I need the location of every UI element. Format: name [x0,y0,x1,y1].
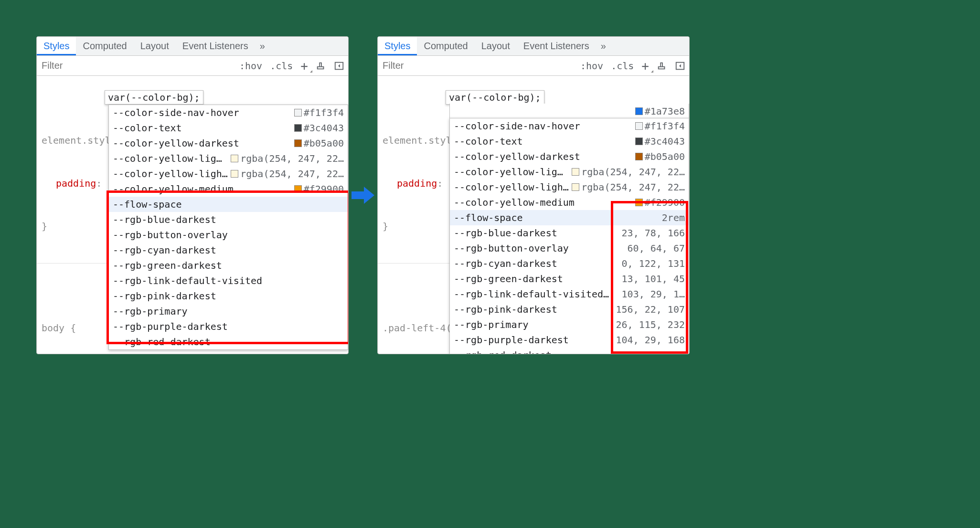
tab-computed[interactable]: Computed [417,37,474,55]
autocomplete-row[interactable]: --flow-space2rem [450,210,689,225]
arrow-icon [349,182,377,209]
hov-button[interactable]: :hov [235,56,266,75]
autocomplete-row[interactable]: --rgb-button-overlay60, 64, 67 [450,241,689,256]
autocomplete-row[interactable]: --rgb-blue-darkest23, 78, 166 [450,225,689,241]
styles-toolbar: :hov .cls + [37,56,348,76]
property-value-input[interactable]: var(--color-bg); [105,90,203,105]
filter-input[interactable] [378,56,576,75]
autocomplete-row[interactable]: --color-yellow-ligh…rgba(254, 247, 22… [109,166,348,181]
autocomplete-row[interactable]: --rgb-button-overlay [109,227,348,243]
autocomplete-popup[interactable]: --color-side-nav-hover#f1f3f4--color-tex… [108,105,348,350]
tabs-bar: Styles Computed Layout Event Listeners » [378,37,689,56]
autocomplete-row[interactable]: --rgb-primary [109,304,348,319]
new-rule-button[interactable]: + [638,56,653,75]
color-swatch [635,107,643,115]
autocomplete-row[interactable]: --color-yellow-darkest#b05a00 [450,149,689,164]
autocomplete-row[interactable]: --rgb-red-darkest [109,334,348,349]
tab-event-listeners[interactable]: Event Listeners [517,37,596,55]
autocomplete-popup[interactable]: --color-side-nav-hover#f1f3f4--color-tex… [449,118,689,354]
devtools-panel-before: Styles Computed Layout Event Listeners »… [36,36,349,354]
autocomplete-row[interactable]: --rgb-blue-darkest [109,212,348,227]
tab-layout[interactable]: Layout [134,37,176,55]
tabs-overflow-icon[interactable]: » [255,37,270,55]
autocomplete-row[interactable]: --rgb-red-darkest165, 14, 14 [450,348,689,354]
tabs-bar: Styles Computed Layout Event Listeners » [37,37,348,56]
autocomplete-row[interactable]: --rgb-purple-darkest [109,319,348,334]
autocomplete-row[interactable]: --rgb-pink-darkest [109,288,348,304]
autocomplete-row[interactable]: --rgb-pink-darkest156, 22, 107 [450,302,689,317]
cls-button[interactable]: .cls [266,56,297,75]
filter-input[interactable] [37,56,235,75]
autocomplete-row[interactable]: --color-side-nav-hover#f1f3f4 [450,118,689,134]
brush-icon[interactable] [312,56,330,75]
autocomplete-row[interactable]: --rgb-cyan-darkest0, 122, 131 [450,256,689,271]
autocomplete-row[interactable]: --color-yellow-medium#f29900 [450,195,689,210]
devtools-panel-after: Styles Computed Layout Event Listeners »… [377,36,690,354]
autocomplete-row[interactable]: --rgb-link-default-visited [109,273,348,288]
tab-event-listeners[interactable]: Event Listeners [176,37,255,55]
autocomplete-row[interactable]: --flow-space [109,197,348,212]
autocomplete-row[interactable]: --rgb-primary26, 115, 232 [450,317,689,332]
property-value-input[interactable]: var(--color-bg); [446,90,544,105]
autocomplete-row[interactable]: --rgb-link-default-visited…103, 29, 1… [450,286,689,302]
autocomplete-row[interactable]: --rgb-purple-darkest104, 29, 168 [450,332,689,348]
toggle-pane-icon[interactable] [671,56,689,75]
autocomplete-row[interactable]: --color-yellow-medium#f29900 [109,181,348,197]
tab-layout[interactable]: Layout [475,37,517,55]
tabs-overflow-icon[interactable]: » [596,37,611,55]
brush-icon[interactable] [653,56,671,75]
styles-toolbar: :hov .cls + [378,56,689,76]
toggle-pane-icon[interactable] [330,56,348,75]
autocomplete-row[interactable]: --color-yellow-ligh…rgba(254, 247, 22… [450,180,689,195]
autocomplete-row[interactable]: --color-text#3c4043 [450,134,689,149]
autocomplete-row[interactable]: --rgb-green-darkest [109,258,348,273]
autocomplete-row[interactable]: --rgb-cyan-darkest [109,243,348,258]
tab-computed[interactable]: Computed [76,37,133,55]
autocomplete-row[interactable]: --color-text#3c4043 [109,120,348,136]
autocomplete-row-partial[interactable]: #1a73e8 [449,104,689,119]
autocomplete-row[interactable]: --color-yellow-darkest#b05a00 [109,136,348,151]
hov-button[interactable]: :hov [576,56,607,75]
tab-styles[interactable]: Styles [37,37,76,55]
rules-area: element.style { padding: } body { min-he… [37,76,348,354]
rules-area: element.style { padding: } .pad-left-4( … [378,76,689,354]
autocomplete-row[interactable]: --color-yellow-lig…rgba(254, 247, 22… [109,151,348,166]
autocomplete-row[interactable]: --rgb-green-darkest13, 101, 45 [450,271,689,286]
autocomplete-row[interactable]: --color-side-nav-hover#f1f3f4 [109,105,348,120]
new-rule-button[interactable]: + [297,56,312,75]
cls-button[interactable]: .cls [607,56,638,75]
autocomplete-row[interactable]: --color-yellow-lig…rgba(254, 247, 22… [450,164,689,180]
tab-styles[interactable]: Styles [378,37,417,55]
